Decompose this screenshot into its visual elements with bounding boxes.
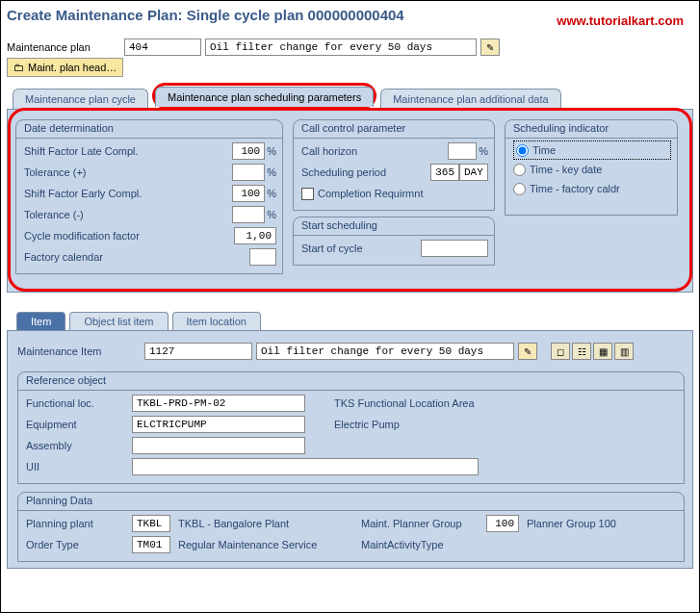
group-sched-indicator: Scheduling indicator Time Time - key dat… <box>505 119 678 216</box>
group-date-determination-title: Date determination <box>16 120 282 138</box>
edit-item-text-icon[interactable]: ✎ <box>518 343 537 360</box>
start-cycle-label: Start of cycle <box>301 243 421 254</box>
plgrp-label: Maint. Planner Group <box>361 518 486 529</box>
item-action4-icon[interactable]: ▥ <box>614 343 634 360</box>
percent-icon: % <box>267 209 276 220</box>
item-action1-icon[interactable]: ◻ <box>551 343 570 360</box>
maint-plan-label: Maintenance plan <box>7 41 120 53</box>
funcloc-label: Functional loc. <box>26 397 132 409</box>
maint-plan-text[interactable] <box>205 38 477 56</box>
percent-icon: % <box>267 145 276 157</box>
equip-label: Equipment <box>26 419 132 430</box>
tol-minus-label: Tolerance (-) <box>24 209 232 220</box>
item-action2-icon[interactable]: ☷ <box>572 343 591 360</box>
factory-cal-label: Factory calendar <box>24 251 249 263</box>
percent-icon: % <box>479 145 488 157</box>
group-start-sched-title: Start scheduling <box>294 217 494 235</box>
order-type-label: Order Type <box>26 539 132 550</box>
plant-label: Planning plant <box>26 518 132 529</box>
tab-maint-plan-sched-params[interactable]: Maintenance plan scheduling parameters <box>155 87 374 107</box>
sched-period-unit[interactable] <box>459 164 488 181</box>
uii-input[interactable] <box>132 458 479 475</box>
group-reference-object: Reference object Functional loc. TKS Fun… <box>17 371 685 484</box>
completion-req-checkbox[interactable] <box>301 188 314 200</box>
plgrp-desc: Planner Group 100 <box>527 518 616 529</box>
tab-object-list-item[interactable]: Object list item <box>69 312 168 330</box>
group-sched-indicator-title: Scheduling indicator <box>506 120 677 138</box>
funcloc-desc: TKS Functional Location Area <box>334 397 475 409</box>
tab-maint-plan-cycle[interactable]: Maintenance plan cycle <box>13 89 148 109</box>
call-horizon-input[interactable] <box>448 142 477 160</box>
tab-item[interactable]: Item <box>16 312 65 330</box>
factory-cal-input[interactable] <box>249 248 276 266</box>
plgrp-input[interactable] <box>486 515 519 532</box>
sf-late-input[interactable] <box>232 142 265 160</box>
maint-item-text[interactable] <box>256 343 514 360</box>
group-call-control: Call control parameter Call horizon % Sc… <box>293 119 495 211</box>
funcloc-input[interactable] <box>132 395 305 412</box>
maint-item-no[interactable] <box>144 343 252 360</box>
percent-icon: % <box>267 166 276 178</box>
radio-time-key-label: Time - key date <box>530 164 602 175</box>
plant-input[interactable] <box>132 515 170 532</box>
radio-time-factory[interactable] <box>513 183 526 195</box>
radio-time-key[interactable] <box>513 164 526 176</box>
group-planning-data-title: Planning Data <box>18 493 684 510</box>
cyc-mod-label: Cycle modification factor <box>24 230 234 242</box>
tol-plus-input[interactable] <box>232 164 265 181</box>
maint-plan-header-button[interactable]: 🗀 Maint. plan head… <box>7 58 123 77</box>
start-cycle-input[interactable] <box>421 240 488 257</box>
equip-input[interactable] <box>132 416 305 433</box>
folder-icon: 🗀 <box>13 62 24 73</box>
completion-req-label: Completion Requirmnt <box>318 188 488 199</box>
radio-time-label: Time <box>532 144 556 156</box>
radio-time[interactable] <box>516 144 529 157</box>
maint-plan-header-label: Maint. plan head… <box>28 62 117 73</box>
order-type-input[interactable] <box>132 536 170 553</box>
cyc-mod-input[interactable] <box>234 227 276 244</box>
item-action3-icon[interactable]: ▦ <box>593 343 612 360</box>
call-horizon-label: Call horizon <box>301 145 448 157</box>
group-reference-object-title: Reference object <box>18 372 684 390</box>
order-type-desc: Regular Maintenance Service <box>178 539 361 550</box>
sched-period-label: Scheduling period <box>301 166 430 178</box>
group-call-control-title: Call control parameter <box>294 120 494 138</box>
radio-time-factory-label: Time - factory caldr <box>530 183 620 194</box>
assembly-input[interactable] <box>132 437 305 454</box>
equip-desc: Electric Pump <box>334 419 400 430</box>
assembly-label: Assembly <box>26 440 132 451</box>
sched-period-input[interactable] <box>430 164 459 181</box>
group-start-sched: Start scheduling Start of cycle <box>293 217 495 266</box>
sf-late-label: Shift Factor Late Compl. <box>24 145 232 157</box>
tab-item-location[interactable]: Item location <box>172 312 261 330</box>
plant-desc: TKBL - Bangalore Plant <box>178 518 361 529</box>
group-date-determination: Date determination Shift Factor Late Com… <box>15 119 283 274</box>
page-title: Create Maintenance Plan: Single cycle pl… <box>7 7 404 23</box>
brand-link[interactable]: www.tutorialkart.com <box>557 13 684 28</box>
sf-early-input[interactable] <box>232 185 265 202</box>
tab-maint-plan-additional[interactable]: Maintenance plan additional data <box>380 89 560 109</box>
uii-label: UII <box>26 461 132 473</box>
maint-item-label: Maintenance Item <box>17 345 141 357</box>
edit-plan-text-icon[interactable]: ✎ <box>480 38 500 56</box>
tol-plus-label: Tolerance (+) <box>24 166 232 178</box>
acttype-label: MaintActivityType <box>361 539 486 550</box>
percent-icon: % <box>267 188 276 199</box>
maint-plan-no[interactable] <box>124 38 201 56</box>
tol-minus-input[interactable] <box>232 206 265 223</box>
group-planning-data: Planning Data Planning plant TKBL - Bang… <box>17 492 685 562</box>
sf-early-label: Shift Factor Early Compl. <box>24 188 232 199</box>
